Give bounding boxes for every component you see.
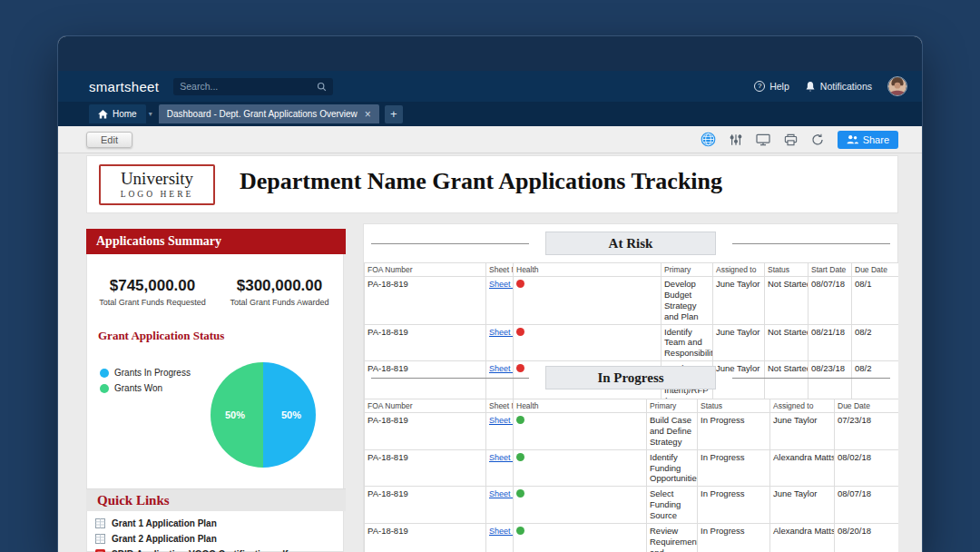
- column-header: Health: [514, 399, 647, 413]
- column-header: FOA Number: [365, 399, 486, 413]
- cell-assigned-to: Alexandra Mattson: [770, 449, 835, 487]
- quick-link[interactable]: Grant 2 Application Plan: [87, 531, 343, 547]
- table-row: PA-18-819 Sheet - Grant 1 Application Pl…: [365, 277, 899, 325]
- tab-active-dashboard[interactable]: Dashboard - Dept. Grant Applications Ove…: [159, 104, 379, 123]
- cell-status: In Progress: [698, 449, 770, 487]
- tab-close-icon[interactable]: ×: [365, 110, 371, 119]
- legend-label: Grants In Progress: [114, 368, 191, 378]
- sheet-link[interactable]: Sheet - Grant 1 Application Plan: [489, 416, 514, 425]
- search-icon[interactable]: [317, 82, 327, 92]
- column-header: Primary: [647, 399, 698, 413]
- cell-health: [514, 487, 647, 524]
- column-header: Due Date: [852, 263, 899, 277]
- cell-primary: Identify Team and Responsibilities: [662, 324, 713, 361]
- cell-sheet-name: Sheet - Grant 1 Application Plan: [486, 487, 514, 524]
- table-row: PA-18-819 Sheet - Grant 1 Application Pl…: [365, 413, 899, 450]
- pie-slice-label-in-progress: 50%: [281, 409, 301, 420]
- metric-funds-awarded: $300,000.00 Total Grant Funds Awarded: [216, 277, 343, 307]
- sheet-link[interactable]: Sheet - Grant 1 Application Plan: [489, 453, 514, 462]
- tab-dropdown-caret-icon[interactable]: ▾: [149, 110, 152, 118]
- metric-label: Total Grant Funds Requested: [89, 298, 216, 307]
- tab-active-label: Dashboard - Dept. Grant Applications Ove…: [167, 109, 358, 119]
- bell-icon: [805, 81, 816, 93]
- refresh-icon[interactable]: [811, 133, 824, 146]
- search-input[interactable]: [180, 81, 317, 92]
- quick-link[interactable]: SBIR-Application-VGQC-Certification.pdf: [87, 547, 343, 552]
- health-dot: [516, 416, 524, 424]
- fullscreen-monitor-icon[interactable]: [756, 133, 770, 146]
- notifications-button[interactable]: Notifications: [805, 81, 872, 93]
- dashboard-title-widget: University LOGO HERE Department Name Gra…: [86, 155, 898, 213]
- divider-line: [732, 378, 890, 379]
- column-header: Sheet Name: [486, 263, 514, 277]
- health-dot: [516, 280, 524, 288]
- divider-line: [371, 378, 529, 379]
- help-label: Help: [769, 81, 789, 92]
- logo-line2: LOGO HERE: [101, 190, 213, 199]
- page-title: Department Name Grant Applications Track…: [240, 168, 722, 195]
- section-header-at-risk: At Risk: [371, 232, 890, 255]
- cell-primary: Build Case and Define Strategy: [647, 413, 698, 450]
- new-tab-button[interactable]: +: [385, 105, 403, 123]
- cell-due-date: 08/07/18: [835, 487, 899, 524]
- help-icon: ?: [754, 81, 765, 92]
- quick-links-list: Grant 1 Application Plan Grant 2 Applica…: [87, 516, 343, 552]
- tab-home[interactable]: Home: [89, 104, 146, 123]
- column-header: FOA Number: [365, 263, 486, 277]
- browser-window: smartsheet ? Help Notifications: [58, 36, 922, 552]
- cell-due-date: 08/20/18: [835, 523, 899, 552]
- legend-item-in-progress: Grants In Progress: [100, 365, 191, 380]
- cell-foa-number: PA-18-819: [365, 324, 486, 361]
- table-row: PA-18-819 Sheet - Grant 1 Application Pl…: [365, 324, 899, 361]
- cell-assigned-to: June Taylor: [770, 487, 835, 524]
- tab-home-label: Home: [113, 109, 137, 119]
- print-icon[interactable]: [784, 133, 798, 146]
- home-icon: [98, 110, 108, 119]
- cell-due-date: 08/2: [852, 324, 899, 361]
- cell-health: [514, 449, 647, 487]
- app-header: smartsheet ? Help Notifications: [58, 71, 922, 102]
- quick-link[interactable]: Grant 1 Application Plan: [87, 516, 343, 531]
- notifications-label: Notifications: [820, 81, 872, 92]
- divider-line: [371, 243, 529, 244]
- university-logo: University LOGO HERE: [99, 164, 215, 205]
- health-dot: [516, 453, 524, 461]
- divider-line: [732, 243, 890, 244]
- metric-funds-requested: $745,000.00 Total Grant Funds Requested: [89, 277, 216, 307]
- in-progress-table: FOA NumberSheet NameHealthPrimaryStatusA…: [364, 399, 898, 552]
- section-header-in-progress: In Progress: [371, 366, 890, 389]
- cell-primary: Review Requirements and Guidelines: [647, 523, 698, 552]
- cell-health: [514, 277, 662, 325]
- pie-chart-title: Grant Application Status: [98, 329, 224, 343]
- share-button[interactable]: Share: [838, 131, 898, 149]
- sheet-link[interactable]: Sheet - Grant 1 Application Plan: [489, 328, 514, 337]
- cell-start-date: 08/21/18: [808, 324, 852, 361]
- table-row: PA-18-819 Sheet - Grant 1 Application Pl…: [365, 523, 899, 552]
- column-header: Due Date: [835, 399, 899, 413]
- cell-primary: Develop Budget Strategy and Plan: [662, 277, 713, 325]
- legend-swatch-green: [100, 384, 109, 393]
- help-button[interactable]: ? Help: [754, 81, 789, 92]
- share-people-icon: [847, 134, 858, 144]
- cell-status: Not Started: [765, 324, 808, 361]
- cell-due-date: 08/1: [852, 277, 899, 325]
- cell-due-date: 07/23/18: [835, 413, 899, 450]
- edit-button[interactable]: Edit: [86, 132, 132, 148]
- column-header: Health: [514, 263, 662, 277]
- sheet-link[interactable]: Sheet - Grant 1 Application Plan: [489, 527, 514, 536]
- cell-start-date: 08/07/18: [808, 277, 852, 325]
- cell-foa-number: PA-18-819: [365, 449, 486, 487]
- publish-globe-icon[interactable]: [701, 132, 716, 147]
- cell-health: [514, 413, 647, 450]
- user-avatar[interactable]: [887, 76, 907, 96]
- reports-widget: At Risk FOA NumberSheet NameHealthPrimar…: [363, 223, 898, 552]
- table-row: PA-18-819 Sheet - Grant 1 Application Pl…: [365, 449, 899, 487]
- cell-sheet-name: Sheet - Grant 1 Application Plan: [486, 413, 514, 450]
- sheet-link[interactable]: Sheet - Grant 1 Application Plan: [489, 280, 514, 289]
- sheet-link[interactable]: Sheet - Grant 1 Application Plan: [489, 489, 514, 498]
- quick-link-file-icon: [95, 534, 105, 544]
- dashboard-canvas: University LOGO HERE Department Name Gra…: [58, 153, 922, 552]
- share-label: Share: [863, 134, 889, 145]
- filter-sliders-icon[interactable]: [730, 133, 742, 146]
- cell-foa-number: PA-18-819: [365, 413, 486, 450]
